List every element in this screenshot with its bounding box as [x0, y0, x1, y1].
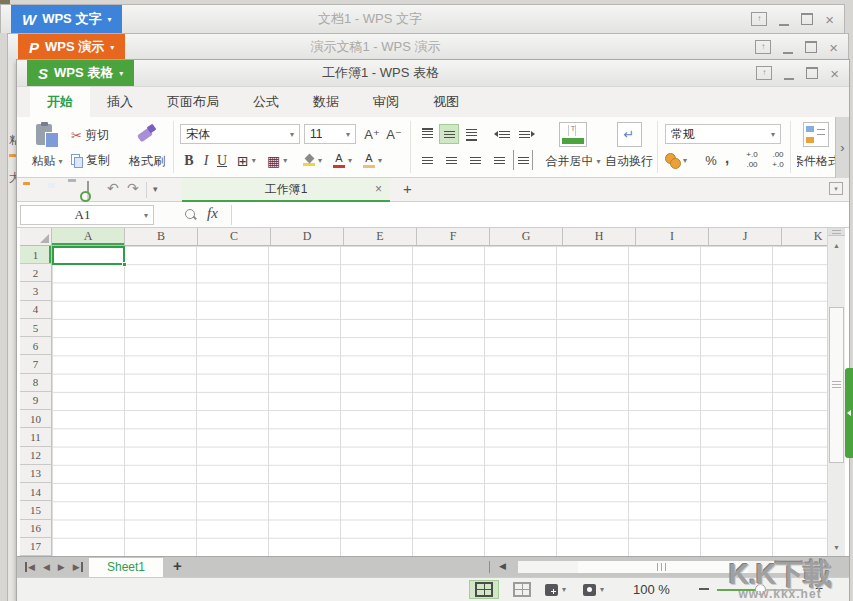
align-center-button[interactable] — [441, 150, 461, 170]
close-icon[interactable]: × — [825, 12, 834, 27]
align-right-button[interactable] — [465, 150, 485, 170]
customize-toolbar-icon[interactable]: ▾ — [153, 184, 158, 194]
print-preview-icon[interactable] — [87, 181, 89, 200]
chevron-down-icon[interactable]: ▾ — [348, 156, 352, 165]
grow-font-button[interactable]: A⁺ — [362, 124, 382, 144]
tab-data[interactable]: 数据 — [296, 87, 356, 117]
undo-icon[interactable]: ↶ — [107, 180, 119, 196]
chevron-down-icon[interactable]: ▾ — [318, 156, 322, 165]
zoom-out-button[interactable] — [699, 588, 709, 590]
row-header[interactable]: 8 — [20, 374, 51, 392]
column-header[interactable]: H — [563, 228, 636, 245]
previous-sheet-icon[interactable]: ◀ — [43, 562, 50, 572]
row-header[interactable]: 3 — [20, 282, 51, 300]
align-top-button[interactable] — [417, 124, 437, 144]
row-header[interactable]: 12 — [20, 447, 51, 465]
row-header[interactable]: 17 — [20, 538, 51, 556]
zoom-slider-thumb[interactable] — [755, 584, 766, 595]
row-header[interactable]: 15 — [20, 501, 51, 519]
tab-review[interactable]: 审阅 — [356, 87, 416, 117]
maximize-icon[interactable] — [806, 67, 818, 79]
tab-page-layout[interactable]: 页面布局 — [150, 87, 236, 117]
custom-view-button[interactable]: ▾ — [545, 581, 566, 598]
hscroll-left-icon[interactable]: ◀ — [499, 561, 506, 571]
increase-decimal-button[interactable]: +.0 .00 — [741, 148, 763, 172]
zoom-slider[interactable] — [717, 589, 803, 591]
distribute-button[interactable] — [513, 150, 533, 170]
format-painter-button[interactable]: 格式刷 — [123, 120, 171, 172]
tab-insert[interactable]: 插入 — [90, 87, 150, 117]
insert-function-button[interactable]: fx — [207, 205, 218, 222]
collapse-window-icon[interactable]: ↑ — [755, 40, 771, 54]
name-box[interactable]: A1 ▾ — [20, 205, 154, 225]
split-handle[interactable] — [828, 228, 845, 236]
italic-button[interactable]: I — [199, 151, 213, 170]
tab-view[interactable]: 视图 — [416, 87, 476, 117]
hscroll-right-icon[interactable]: ▶ — [812, 560, 820, 571]
maximize-icon[interactable] — [805, 41, 817, 53]
tab-home[interactable]: 开始 — [30, 87, 90, 117]
formula-input[interactable] — [232, 202, 849, 227]
chevron-down-icon[interactable]: ▾ — [58, 157, 62, 166]
chevron-down-icon[interactable]: ▾ — [252, 156, 256, 165]
new-tab-button[interactable]: + — [403, 180, 412, 197]
selected-cell-outline[interactable] — [52, 246, 125, 265]
chevron-down-icon[interactable]: ▾ — [144, 211, 148, 220]
row-header[interactable]: 1 — [20, 246, 51, 264]
column-header[interactable]: J — [709, 228, 782, 245]
column-header[interactable]: G — [490, 228, 563, 245]
normal-view-button[interactable] — [469, 580, 499, 599]
chevron-down-icon[interactable]: ▾ — [283, 156, 287, 165]
column-header[interactable]: A — [52, 228, 125, 245]
row-header[interactable]: 16 — [20, 520, 51, 538]
document-tab[interactable]: 工作簿1 × — [182, 178, 390, 202]
row-header[interactable]: 9 — [20, 392, 51, 410]
row-header[interactable]: 6 — [20, 337, 51, 355]
column-header[interactable]: K — [782, 228, 827, 245]
font-size-select[interactable]: 11 ▾ — [304, 124, 356, 144]
chevron-down-icon[interactable]: ▾ — [378, 156, 382, 165]
sheet-tab[interactable]: Sheet1 — [89, 558, 163, 577]
column-header[interactable]: F — [417, 228, 490, 245]
paste-button[interactable]: 粘贴▾ — [25, 120, 69, 172]
zoom-in-button[interactable]: + — [815, 580, 823, 596]
tab-formulas[interactable]: 公式 — [236, 87, 296, 117]
cell-grid[interactable] — [52, 246, 827, 556]
select-all-corner[interactable] — [20, 228, 52, 246]
ribbon-scroll-right-button[interactable]: › — [835, 117, 849, 178]
fill-color-button[interactable]: ▾ — [303, 150, 322, 171]
character-shading-button[interactable]: A ▾ — [363, 150, 382, 171]
row-header[interactable]: 5 — [20, 319, 51, 337]
borders-button[interactable]: ⊞ ▾ — [237, 151, 256, 170]
decrease-decimal-button[interactable]: .00 +.0 — [767, 148, 789, 172]
maximize-icon[interactable] — [801, 13, 813, 25]
row-header[interactable]: 4 — [20, 301, 51, 319]
minimize-icon[interactable] — [779, 13, 789, 26]
chevron-down-icon[interactable]: ▾ — [596, 157, 600, 166]
side-panel-toggle[interactable] — [845, 368, 853, 458]
scroll-up-button[interactable]: ▲ — [828, 237, 845, 254]
currency-format-button[interactable]: ▾ — [665, 150, 687, 171]
conditional-format-button[interactable]: 条件格式 — [797, 120, 835, 172]
cut-button[interactable]: ✂ 剪切 — [71, 127, 109, 143]
redo-icon[interactable]: ↷ — [127, 180, 139, 196]
collapse-window-icon[interactable]: ↑ — [751, 12, 767, 26]
add-sheet-button[interactable]: + — [173, 557, 182, 574]
scrollbar-thumb[interactable] — [829, 307, 844, 463]
fill-handle[interactable] — [122, 262, 127, 267]
column-header[interactable]: D — [271, 228, 344, 245]
reading-mode-button[interactable]: ▾ — [583, 581, 604, 598]
horizontal-scrollbar[interactable] — [517, 560, 809, 574]
align-middle-button[interactable] — [439, 124, 459, 144]
wrap-text-button[interactable]: ↵ 自动换行 — [605, 120, 653, 172]
align-bottom-button[interactable] — [461, 124, 481, 144]
column-header[interactable]: E — [344, 228, 417, 245]
number-format-select[interactable]: 常规 ▾ — [665, 124, 781, 144]
scroll-down-button[interactable]: ▼ — [828, 539, 845, 556]
scrollbar-thumb[interactable] — [578, 561, 748, 573]
percent-format-button[interactable]: % — [703, 150, 719, 170]
vertical-scrollbar[interactable]: ▲ ▼ — [827, 228, 845, 556]
font-color-button[interactable]: A ▾ — [333, 150, 352, 171]
increase-indent-button[interactable] — [516, 124, 538, 144]
merge-center-button[interactable]: T 合并居中▾ — [543, 120, 603, 172]
